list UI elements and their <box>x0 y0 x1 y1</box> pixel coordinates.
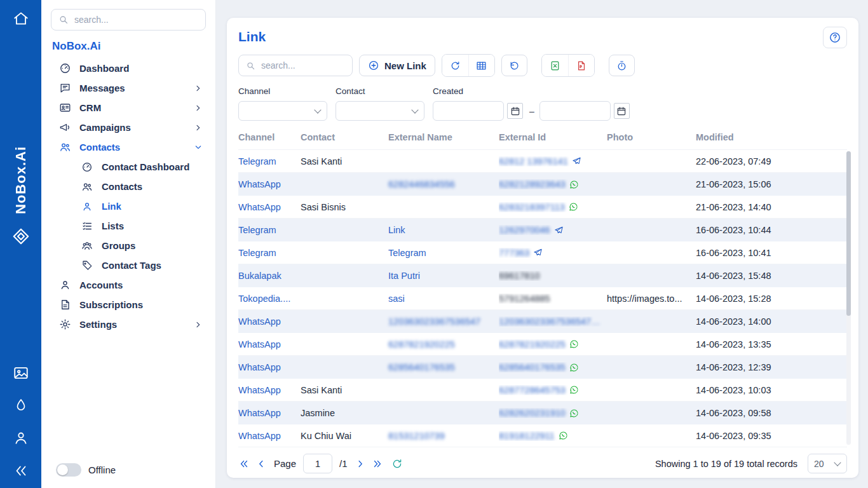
external-name-link[interactable]: sasi <box>388 294 499 304</box>
toggle-knob <box>57 464 68 475</box>
external-name-link[interactable]: Telegram <box>388 248 499 258</box>
sidebar-subitem-groups[interactable]: Groups <box>51 236 206 255</box>
channel-link[interactable]: Telegram <box>238 156 301 166</box>
contact-select[interactable] <box>336 101 424 121</box>
whatsapp-icon <box>569 363 579 372</box>
sidebar-search[interactable] <box>51 9 206 30</box>
external-id-text[interactable]: 81918122911 <box>499 431 555 441</box>
channel-link[interactable]: Telegram <box>238 225 301 235</box>
user-icon[interactable] <box>13 430 29 446</box>
channel-link[interactable]: WhatsApp <box>238 179 301 189</box>
col-photo[interactable]: Photo <box>607 132 696 142</box>
channel-link[interactable]: WhatsApp <box>238 362 301 372</box>
page-size-select[interactable]: 20 <box>808 454 847 473</box>
calendar-to-button[interactable] <box>614 103 630 119</box>
created-from-input[interactable] <box>433 101 504 121</box>
link-person-icon <box>81 201 93 212</box>
logo-diamond-icon[interactable] <box>11 227 31 246</box>
external-name-link[interactable]: 6282446834556 <box>388 179 499 189</box>
export-excel-button[interactable] <box>542 55 568 76</box>
external-id-text[interactable]: 6285640176535 <box>499 362 566 372</box>
external-id-text[interactable]: 6283218397113 <box>499 202 565 212</box>
external-id-text[interactable]: 6282128923643 <box>499 179 566 189</box>
external-id-text[interactable]: 5791264885 <box>499 294 550 304</box>
help-button[interactable] <box>823 27 847 48</box>
external-id-text[interactable]: 6282620231910 <box>499 408 566 418</box>
refresh-button[interactable] <box>442 55 468 76</box>
sidebar-search-input[interactable] <box>74 15 198 25</box>
sidebar-subitem-label: Contacts <box>102 181 142 192</box>
search-icon <box>246 61 255 71</box>
sidebar-subitem-link[interactable]: Link <box>51 196 206 216</box>
external-name-link[interactable]: 81531210739 <box>388 431 499 441</box>
channel-link[interactable]: WhatsApp <box>238 431 301 441</box>
external-id-text[interactable]: 6287728645753 <box>499 385 566 395</box>
next-page-button[interactable] <box>355 458 366 470</box>
channel-link[interactable]: WhatsApp <box>238 316 301 327</box>
messages-icon <box>58 82 71 94</box>
sidebar-item-settings[interactable]: Settings <box>51 315 206 334</box>
sidebar-item-messages[interactable]: Messages <box>51 78 206 98</box>
channel-link[interactable]: Tokopedia.... <box>238 294 301 304</box>
sidebar-item-crm[interactable]: CRM <box>51 98 206 118</box>
sidebar-item-contacts[interactable]: Contacts <box>51 137 206 157</box>
col-modified[interactable]: Modified <box>696 132 847 142</box>
sidebar-subitem-contact-tags[interactable]: Contact Tags <box>51 255 206 275</box>
offline-toggle[interactable] <box>56 463 81 477</box>
history-button[interactable] <box>609 55 635 76</box>
external-id-text[interactable]: 62812 13976141 <box>499 156 568 166</box>
created-to-input[interactable] <box>539 101 611 121</box>
reset-button[interactable] <box>501 55 527 76</box>
sidebar-subitem-contacts[interactable]: Contacts <box>51 177 206 196</box>
external-id-text[interactable]: 777363 <box>499 248 529 258</box>
external-id-text[interactable]: 69617810 <box>499 271 540 281</box>
sidebar-item-accounts[interactable]: Accounts <box>51 275 206 295</box>
collapse-sidebar-icon[interactable] <box>13 463 29 479</box>
last-page-button[interactable] <box>372 458 383 470</box>
home-icon[interactable] <box>13 10 29 27</box>
export-pdf-button[interactable] <box>568 55 594 76</box>
pagination-refresh-button[interactable] <box>391 458 403 470</box>
external-id-text[interactable]: 120363023367536547@g.w... <box>499 316 600 327</box>
groups-icon <box>81 240 93 252</box>
sidebar-subitem-lists[interactable]: Lists <box>51 216 206 236</box>
contact-cell: Sasi Kanti <box>301 156 388 166</box>
subscriptions-icon <box>58 299 71 311</box>
external-id-cell: 6282620231910 <box>499 408 607 418</box>
sidebar-item-dashboard[interactable]: Dashboard <box>51 58 206 78</box>
col-external-id[interactable]: External Id <box>499 132 607 142</box>
channel-select[interactable] <box>238 101 327 121</box>
modified-cell: 14-06-2023, 15:28 <box>696 294 847 304</box>
channel-link[interactable]: WhatsApp <box>238 339 301 349</box>
contacts-icon <box>58 141 71 153</box>
image-edit-icon[interactable] <box>13 365 29 381</box>
channel-link[interactable]: WhatsApp <box>238 385 301 395</box>
channel-link[interactable]: WhatsApp <box>238 408 301 418</box>
sidebar-item-subscriptions[interactable]: Subscriptions <box>51 295 206 315</box>
prev-page-button[interactable] <box>255 458 267 470</box>
external-id-text[interactable]: 1262970046 <box>499 225 550 235</box>
channel-link[interactable]: WhatsApp <box>238 202 301 212</box>
external-name-link[interactable]: Ita Putri <box>388 271 499 281</box>
col-channel[interactable]: Channel <box>238 132 301 142</box>
calendar-from-button[interactable] <box>507 103 523 119</box>
table-search[interactable] <box>238 55 353 76</box>
dashboard-icon <box>58 62 71 74</box>
page-number-input[interactable] <box>303 454 332 473</box>
col-contact[interactable]: Contact <box>301 132 388 142</box>
external-name-link[interactable]: 6285640176535 <box>388 362 499 372</box>
external-name-link[interactable]: Link <box>388 225 499 235</box>
channel-link[interactable]: Telegram <box>238 248 301 258</box>
external-name-link[interactable]: 120363023367536547 <box>388 316 499 327</box>
table-scrollbar-thumb[interactable] <box>846 151 851 316</box>
sidebar-subitem-contact-dashboard[interactable]: Contact Dashboard <box>51 157 206 177</box>
external-name-link[interactable]: 6287821920225 <box>388 339 499 349</box>
channel-link[interactable]: Bukalapak <box>238 271 301 281</box>
sidebar-item-campaigns[interactable]: Campaigns <box>51 118 206 137</box>
col-external-name[interactable]: External Name <box>388 132 499 142</box>
new-link-button[interactable]: New Link <box>359 55 435 76</box>
ink-drop-icon[interactable] <box>13 398 29 413</box>
external-id-text[interactable]: 6287821920225 <box>499 339 566 349</box>
columns-button[interactable] <box>468 55 494 76</box>
first-page-button[interactable] <box>238 458 250 470</box>
